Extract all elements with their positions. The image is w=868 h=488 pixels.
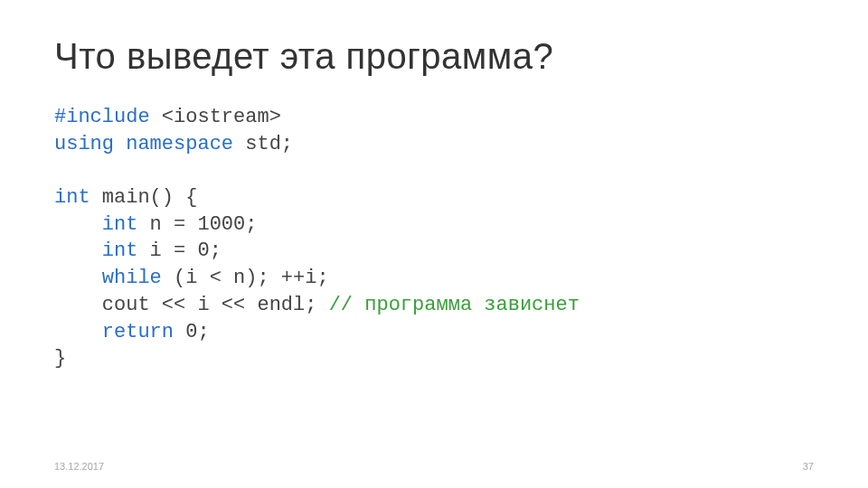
code-keyword: int: [102, 239, 138, 262]
code-text: [54, 239, 102, 262]
code-text: main() {: [90, 186, 198, 209]
code-keyword: namespace: [126, 133, 233, 155]
footer-page-number: 37: [803, 461, 814, 472]
code-text: [114, 133, 126, 155]
slide-footer: 13.12.2017 37: [54, 461, 814, 472]
code-text: [54, 213, 102, 236]
code-text: cout << i << endl;: [54, 294, 329, 316]
code-text: i = 0;: [137, 239, 221, 262]
code-keyword: int: [54, 186, 90, 209]
code-keyword: int: [102, 213, 138, 236]
code-block: #include <iostream> using namespace std;…: [54, 104, 814, 372]
code-text: }: [54, 347, 66, 370]
code-keyword: return: [102, 321, 174, 343]
code-keyword: using: [54, 133, 114, 155]
code-text: [54, 267, 102, 289]
code-keyword: #include: [54, 106, 150, 128]
code-text: std;: [233, 133, 293, 155]
slide: Что выведет эта программа? #include <ios…: [0, 0, 868, 488]
code-text: 0;: [174, 321, 210, 343]
code-text: (i < n); ++i;: [162, 267, 329, 289]
code-text: n = 1000;: [137, 213, 257, 236]
code-keyword: while: [102, 267, 162, 289]
code-text: <iostream>: [150, 106, 281, 128]
slide-title: Что выведет эта программа?: [54, 36, 814, 77]
code-comment: // программа зависнет: [329, 294, 580, 316]
footer-date: 13.12.2017: [54, 461, 104, 472]
code-text: [54, 321, 102, 343]
